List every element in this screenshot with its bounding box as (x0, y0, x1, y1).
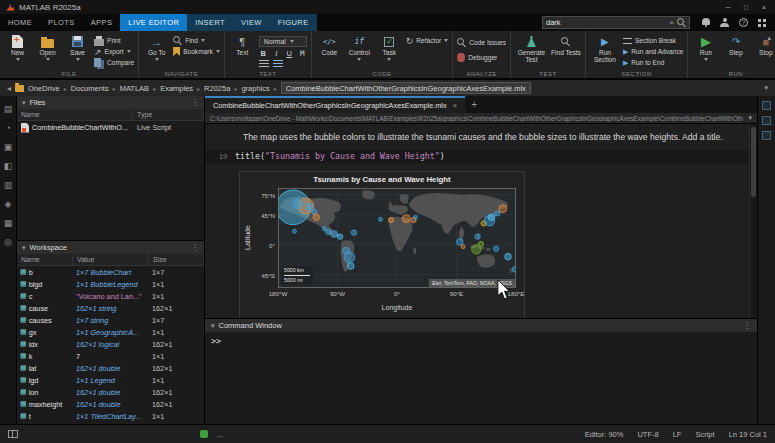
sidebar-search-icon[interactable] (3, 122, 14, 133)
workspace-row[interactable]: gx1×1 GeographicA...1×1 (17, 326, 204, 338)
monospace-button[interactable]: M (298, 49, 307, 58)
panel-menu-icon[interactable] (191, 98, 199, 107)
find-tests-button[interactable]: Find Tests (551, 34, 581, 57)
panel-menu-icon[interactable] (191, 243, 199, 252)
workspace-row[interactable]: causes1×7 string1×7 (17, 314, 204, 326)
panel-menu-icon[interactable] (743, 321, 751, 330)
text-style-dropdown[interactable]: Normal (259, 36, 307, 47)
inspector-panel-icon[interactable] (762, 116, 771, 125)
editor-content[interactable]: The map uses the bubble colors to illust… (205, 124, 757, 318)
print-button[interactable]: Print (94, 36, 134, 45)
figure-output[interactable]: Tsunamis by Cause and Wave Height Latitu… (239, 171, 525, 318)
path-options-icon[interactable] (748, 114, 752, 122)
new-button[interactable]: New (4, 34, 31, 61)
sidebar-plots-icon[interactable] (3, 217, 14, 228)
bold-button[interactable]: B (259, 49, 268, 58)
save-button[interactable]: Save (64, 34, 91, 61)
tab-apps[interactable]: APPS (83, 14, 121, 31)
geographic-axes[interactable]: 75°N 45°N 0° 45°S 180°W 90°W 0° 90°E 180… (278, 188, 516, 288)
workspace-row[interactable]: lgd1×1 Legend1×1 (17, 374, 204, 386)
breadcrumb-item[interactable]: Examples (160, 84, 193, 93)
section-break-button[interactable]: Section Break (623, 36, 683, 45)
text-button[interactable]: Text (229, 34, 256, 57)
notifications-icon[interactable] (702, 18, 710, 27)
italic-button[interactable]: I (272, 49, 281, 58)
collapse-ribbon-icon[interactable] (767, 34, 771, 42)
apps-menu-icon[interactable] (758, 19, 761, 22)
back-icon[interactable] (7, 84, 11, 93)
column-type[interactable]: Type (133, 109, 204, 120)
status-encoding[interactable]: UTF-8 (637, 430, 658, 439)
collapse-panel-icon[interactable] (211, 322, 215, 330)
tab-figure[interactable]: FIGURE (270, 14, 317, 31)
breadcrumb-current-file[interactable]: CombineBubbleChartWithOtherGraphicsInGeo… (281, 82, 531, 94)
run-button[interactable]: Run (692, 34, 719, 61)
collapse-panel-icon[interactable] (22, 244, 26, 252)
breadcrumb-item[interactable]: Documents (71, 84, 109, 93)
search-icon[interactable] (677, 18, 686, 27)
layout-icon[interactable] (8, 430, 18, 438)
refactor-button[interactable]: Refactor (406, 36, 448, 45)
workspace-row[interactable]: lon162×1 double162×1 (17, 386, 204, 398)
bulleted-list-icon[interactable] (259, 60, 269, 67)
search-input[interactable] (546, 18, 666, 27)
run-section-button[interactable]: Run Section (590, 34, 620, 64)
sidebar-help-icon[interactable] (3, 236, 14, 247)
analyzer-indicator-icon[interactable] (762, 131, 771, 140)
workspace-row[interactable]: idx162×1 logical162×1 (17, 338, 204, 350)
maximize-button[interactable]: □ (737, 0, 755, 14)
stop-button[interactable]: Stop (752, 34, 775, 57)
find-button[interactable]: Find (173, 36, 220, 45)
scrollbar-thumb[interactable] (751, 127, 756, 197)
clear-search-icon[interactable]: × (669, 19, 674, 27)
new-tab-button[interactable]: + (465, 96, 483, 113)
debugger-button[interactable]: Debugger (457, 53, 506, 62)
workspace-row[interactable]: blgd1×1 BubbleLegend1×1 (17, 278, 204, 290)
outline-panel-icon[interactable] (762, 101, 771, 110)
column-value[interactable]: Value (73, 254, 149, 265)
close-button[interactable]: × (755, 0, 773, 14)
live-script-paragraph[interactable]: The map uses the bubble colors to illust… (243, 132, 743, 143)
sidebar-bookmarks-icon[interactable] (3, 160, 14, 171)
breadcrumb-item[interactable]: MATLAB (120, 84, 149, 93)
workspace-row[interactable]: k71×1 (17, 350, 204, 362)
export-button[interactable]: Export (94, 47, 134, 56)
generate-test-button[interactable]: Generate Test (515, 34, 548, 64)
run-to-end-button[interactable]: Run to End (623, 58, 683, 67)
status-overflow[interactable]: ... (217, 430, 223, 439)
editor-tab[interactable]: CombineBubbleChartWithOtherGraphicsInGeo… (205, 96, 465, 113)
sidebar-variables-icon[interactable] (3, 179, 14, 190)
close-tab-icon[interactable]: × (453, 101, 458, 110)
file-row[interactable]: CombineBubbleChartWithO... Live Script (17, 121, 204, 134)
column-size[interactable]: Size (149, 254, 204, 265)
status-zoom[interactable]: Editor: 90% (585, 430, 624, 439)
underline-button[interactable]: U (285, 49, 294, 58)
files-panel-header[interactable]: Files (17, 96, 204, 109)
tab-view[interactable]: VIEW (233, 14, 270, 31)
tab-insert[interactable]: INSERT (187, 14, 233, 31)
column-name[interactable]: Name (17, 109, 133, 120)
code-issues-button[interactable]: Code Issues (457, 38, 506, 47)
status-eol[interactable]: LF (673, 430, 682, 439)
workspace-row[interactable]: cause162×1 string162×1 (17, 302, 204, 314)
compare-button[interactable]: Compare (94, 58, 134, 67)
breadcrumb-item[interactable]: R2025a (204, 84, 230, 93)
workspace-row[interactable]: t1×1 TiledChartLay...1×1 (17, 410, 204, 422)
help-icon[interactable] (739, 18, 748, 27)
tab-live-editor[interactable]: LIVE EDITOR (120, 14, 187, 31)
command-window-header[interactable]: Command Window (205, 319, 757, 332)
workspace-row[interactable]: maxheight162×1 double162×1 (17, 398, 204, 410)
task-button[interactable]: Task (376, 34, 403, 61)
minimize-button[interactable]: ─ (719, 0, 737, 14)
sidebar-files-icon[interactable] (3, 103, 14, 114)
breadcrumb-item[interactable]: graphics (241, 84, 269, 93)
run-and-advance-button[interactable]: Run and Advance (623, 47, 683, 56)
goto-button[interactable]: Go To (143, 34, 170, 61)
bookmark-button[interactable]: Bookmark (173, 47, 220, 56)
sidebar-git-icon[interactable] (3, 198, 14, 209)
numbered-list-icon[interactable] (273, 60, 283, 67)
breadcrumb-item[interactable]: OneDrive (28, 84, 60, 93)
code-line[interactable]: 19 title("Tsunamis by Cause and Wave Hei… (205, 150, 757, 163)
account-icon[interactable] (720, 18, 729, 27)
step-button[interactable]: Step (722, 34, 749, 57)
